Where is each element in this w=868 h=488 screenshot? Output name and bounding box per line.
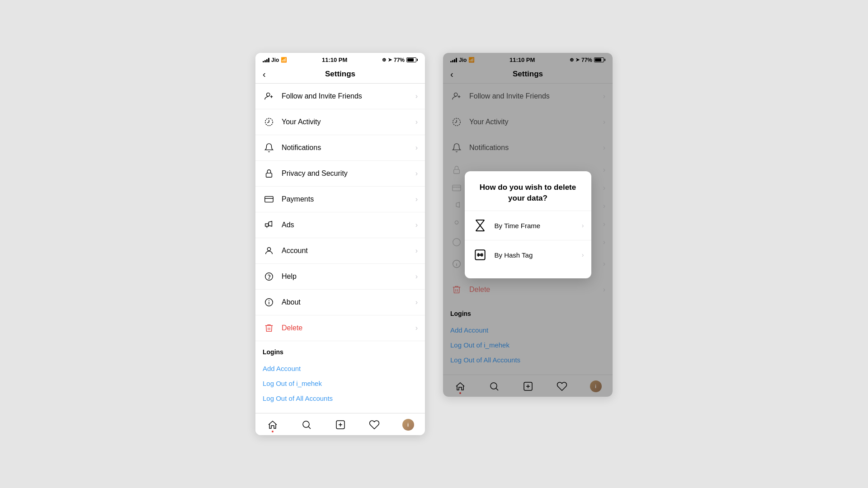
hourglass-icon (472, 217, 488, 234)
page-title-1: Settings (325, 70, 355, 79)
logout-link[interactable]: Log Out of i_mehek (263, 376, 418, 391)
hashtag-chevron: › (582, 251, 584, 258)
wifi-icon: 📶 (281, 57, 287, 63)
help-label: Help (282, 272, 415, 281)
svg-line-16 (308, 427, 311, 429)
logins-title-1: Logins (263, 348, 418, 356)
svg-point-11 (269, 278, 269, 279)
follow-label: Follow and Invite Friends (282, 92, 415, 100)
chevron-icon: › (415, 144, 418, 152)
trash-icon (263, 322, 275, 334)
delete-modal: How do you wish to delete your data? By … (465, 171, 591, 279)
by-hashtag-option[interactable]: By Hash Tag › (465, 240, 591, 269)
logout-all-link[interactable]: Log Out of All Accounts (263, 391, 418, 406)
modal-overlay: How do you wish to delete your data? By … (443, 53, 613, 397)
settings-item-payments[interactable]: Payments › (255, 187, 425, 212)
logins-section-1: Logins Add Account Log Out of i_mehek Lo… (255, 341, 425, 413)
screen2: Jio 📶 11:10 PM ⊕ ➤ 77% ‹ Settings (443, 53, 613, 397)
settings-item-follow[interactable]: Follow and Invite Friends › (255, 84, 425, 109)
chevron-icon: › (415, 272, 418, 281)
add-person-icon (263, 90, 275, 103)
settings-item-notifications[interactable]: Notifications › (255, 135, 425, 161)
chevron-icon: › (415, 247, 418, 255)
chevron-icon: › (415, 298, 418, 306)
carrier-label: Jio (271, 57, 279, 63)
nav-icon-status: ➤ (388, 57, 392, 63)
activity-label: Your Activity (282, 118, 415, 126)
settings-item-account[interactable]: Account › (255, 238, 425, 264)
hashtag-label: By Hash Tag (495, 251, 582, 259)
payments-label: Payments (282, 195, 415, 203)
bottom-nav-1: i (255, 413, 425, 435)
svg-rect-8 (265, 224, 269, 226)
hashtag-icon (472, 247, 488, 263)
add-account-link[interactable]: Add Account (263, 361, 418, 376)
home-active-dot (272, 431, 274, 432)
back-button-1[interactable]: ‹ (263, 69, 266, 80)
chevron-icon: › (415, 221, 418, 229)
chevron-icon: › (415, 118, 418, 126)
battery-percent: 77% (394, 57, 405, 63)
ads-label: Ads (282, 221, 415, 229)
svg-rect-37 (475, 250, 485, 260)
about-label: About (282, 298, 415, 306)
header-1: ‹ Settings (255, 65, 425, 84)
svg-point-10 (265, 273, 273, 281)
svg-point-9 (267, 248, 270, 251)
chevron-icon: › (415, 324, 418, 332)
settings-item-privacy[interactable]: Privacy and Security › (255, 161, 425, 187)
modal-title: How do you wish to delete your data? (465, 180, 591, 211)
settings-list-1: Follow and Invite Friends › Your Activit… (255, 84, 425, 341)
settings-item-activity[interactable]: Your Activity › (255, 109, 425, 135)
person-icon (263, 244, 275, 257)
svg-rect-5 (265, 197, 273, 202)
card-icon (263, 193, 275, 206)
svg-point-0 (267, 93, 270, 96)
info-icon (263, 296, 275, 309)
activity-icon (263, 116, 275, 128)
delete-label: Delete (282, 324, 415, 332)
battery-icon (406, 57, 418, 62)
privacy-label: Privacy and Security (282, 169, 415, 178)
settings-item-about[interactable]: About › (255, 290, 425, 315)
status-left-1: Jio 📶 (263, 57, 287, 63)
profile-nav-icon[interactable]: i (399, 418, 417, 432)
screen1: Jio 📶 11:10 PM ⊕ ➤ 77% ‹ Settings (255, 53, 425, 435)
timeframe-chevron: › (582, 222, 584, 229)
status-right-1: ⊕ ➤ 77% (382, 57, 418, 63)
account-label: Account (282, 247, 415, 255)
megaphone-icon (263, 219, 275, 231)
chevron-icon: › (415, 195, 418, 203)
time-label: 11:10 PM (322, 56, 347, 63)
add-nav-icon[interactable] (331, 418, 349, 432)
search-nav-icon[interactable] (297, 418, 316, 432)
heart-nav-icon[interactable] (365, 418, 383, 432)
settings-item-ads[interactable]: Ads › (255, 212, 425, 238)
bell-icon (263, 141, 275, 154)
location-icon: ⊕ (382, 57, 386, 63)
chevron-icon: › (415, 169, 418, 178)
svg-marker-7 (269, 221, 272, 226)
avatar: i (402, 419, 414, 431)
by-timeframe-option[interactable]: By Time Frame › (465, 211, 591, 240)
lock-icon (263, 167, 275, 180)
notifications-label: Notifications (282, 144, 415, 152)
question-icon (263, 270, 275, 283)
svg-point-15 (303, 421, 309, 427)
chevron-icon: › (415, 92, 418, 100)
settings-item-help[interactable]: Help › (255, 264, 425, 290)
screens-container: Jio 📶 11:10 PM ⊕ ➤ 77% ‹ Settings (255, 53, 613, 435)
settings-item-delete[interactable]: Delete › (255, 315, 425, 341)
signal-icon (263, 58, 269, 62)
status-bar-1: Jio 📶 11:10 PM ⊕ ➤ 77% (255, 53, 425, 65)
timeframe-label: By Time Frame (495, 222, 582, 230)
home-nav-icon[interactable] (264, 418, 282, 432)
svg-rect-4 (266, 173, 272, 177)
